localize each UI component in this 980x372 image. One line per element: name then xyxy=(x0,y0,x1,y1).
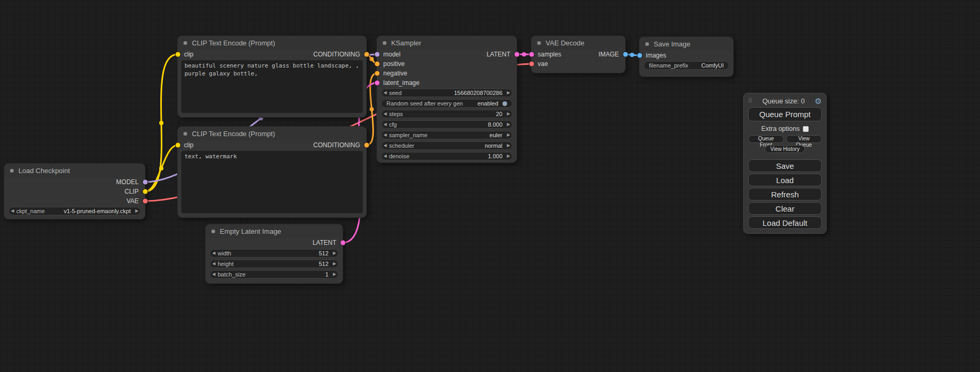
node-title: Save Image xyxy=(654,40,690,48)
load-button[interactable]: Load xyxy=(748,174,822,186)
collapse-dot-icon[interactable] xyxy=(537,41,541,45)
positive-input-dot[interactable] xyxy=(375,62,380,66)
increment-arrow-icon[interactable] xyxy=(133,207,141,215)
decrement-arrow-icon[interactable] xyxy=(381,152,389,160)
decrement-arrow-icon[interactable] xyxy=(381,89,389,97)
extra-options-checkbox[interactable] xyxy=(803,126,809,132)
node-graph-canvas[interactable]: Load Checkpoint MODEL CLIP VAE ckpt_name… xyxy=(0,0,980,372)
widget-label: batch_size xyxy=(218,271,246,278)
slot-label: CLIP xyxy=(124,188,145,195)
toggle-state-dot[interactable] xyxy=(502,101,507,106)
collapse-dot-icon[interactable] xyxy=(183,131,188,136)
settings-gear-icon[interactable] xyxy=(815,97,822,105)
increment-arrow-icon[interactable] xyxy=(504,131,512,139)
images-input-dot[interactable] xyxy=(637,53,642,58)
clip-output-dot[interactable] xyxy=(143,189,148,194)
seed-widget[interactable]: seed 156680208700286 xyxy=(381,89,512,97)
slot-label: latent_image xyxy=(377,79,420,87)
conditioning-output-dot[interactable] xyxy=(364,52,369,57)
queue-prompt-button[interactable]: Queue Prompt xyxy=(748,107,822,121)
vae-output-dot[interactable] xyxy=(143,199,148,204)
link-midpoint-dot xyxy=(630,53,634,57)
decrement-arrow-icon[interactable] xyxy=(210,260,218,268)
negative-prompt-textarea[interactable]: text, watermark xyxy=(181,151,363,213)
random-seed-toggle-widget[interactable]: Random seed after every gen enabled xyxy=(381,99,512,108)
ckpt-name-widget[interactable]: ckpt_name v1-5-pruned-emaonly.ckpt xyxy=(8,207,141,215)
queue-front-button[interactable]: Queue Front xyxy=(748,135,784,143)
node-title-bar[interactable]: CLIP Text Encode (Prompt) xyxy=(178,36,366,50)
increment-arrow-icon[interactable] xyxy=(504,110,512,118)
decrement-arrow-icon[interactable] xyxy=(381,110,389,118)
increment-arrow-icon[interactable] xyxy=(331,260,338,268)
node-save-image[interactable]: Save Image images filename_prefix ComfyU… xyxy=(639,37,733,77)
increment-arrow-icon[interactable] xyxy=(331,270,338,279)
decrement-arrow-icon[interactable] xyxy=(381,131,389,139)
load-default-button[interactable]: Load Default xyxy=(748,216,822,229)
decrement-arrow-icon[interactable] xyxy=(381,141,389,150)
node-vae-decode[interactable]: VAE Decode samples IMAGE vae xyxy=(531,36,625,73)
collapse-dot-icon[interactable] xyxy=(382,41,387,45)
node-title-bar[interactable]: Load Checkpoint xyxy=(4,164,145,177)
collapse-dot-icon[interactable] xyxy=(211,229,216,234)
conditioning-output-dot[interactable] xyxy=(364,143,369,148)
cfg-widget[interactable]: cfg 8.000 xyxy=(381,120,512,129)
widget-value: 156680208700286 xyxy=(402,90,504,96)
refresh-button[interactable]: Refresh xyxy=(748,188,822,201)
clip-input-dot[interactable] xyxy=(176,52,180,57)
node-ksampler[interactable]: KSampler model LATENT positive negative … xyxy=(377,36,517,163)
increment-arrow-icon[interactable] xyxy=(504,120,512,129)
height-widget[interactable]: height 512 xyxy=(210,260,338,268)
node-title-bar[interactable]: KSampler xyxy=(377,36,517,50)
node-clip-text-encode-negative[interactable]: CLIP Text Encode (Prompt) clip CONDITION… xyxy=(178,127,366,217)
view-history-button[interactable]: View History xyxy=(765,145,805,153)
node-title-bar[interactable]: Save Image xyxy=(639,37,733,51)
vae-input-dot[interactable] xyxy=(529,62,534,66)
negative-input-dot[interactable] xyxy=(375,71,380,76)
node-title-bar[interactable]: CLIP Text Encode (Prompt) xyxy=(178,127,366,140)
decrement-arrow-icon[interactable] xyxy=(210,270,218,279)
link-midpoint-dot xyxy=(159,121,163,125)
increment-arrow-icon[interactable] xyxy=(504,141,512,150)
widget-value: v1-5-pruned-emaonly.ckpt xyxy=(45,208,133,214)
positive-prompt-textarea[interactable]: beautiful scenery nature glass bottle la… xyxy=(181,60,363,113)
slot-label: vae xyxy=(531,60,548,68)
increment-arrow-icon[interactable] xyxy=(504,152,512,160)
save-button[interactable]: Save xyxy=(748,159,822,172)
filename-prefix-widget[interactable]: filename_prefix ComfyUI xyxy=(644,61,729,70)
latent-image-input-dot[interactable] xyxy=(375,81,380,85)
width-widget[interactable]: width 512 xyxy=(210,249,338,257)
drag-handle-icon[interactable] xyxy=(748,98,752,104)
image-output-dot[interactable] xyxy=(623,52,628,57)
denoise-widget[interactable]: denoise 1.000 xyxy=(381,152,512,160)
clear-button[interactable]: Clear xyxy=(748,202,822,215)
increment-arrow-icon[interactable] xyxy=(504,89,512,97)
collapse-dot-icon[interactable] xyxy=(183,41,188,45)
queue-menu-panel: Queue size: 0 Queue Prompt Extra options… xyxy=(743,93,827,234)
decrement-arrow-icon[interactable] xyxy=(381,120,389,129)
link-midpoint-dot xyxy=(370,57,374,61)
latent-output-dot[interactable] xyxy=(341,241,345,245)
view-queue-button[interactable]: View Queue xyxy=(786,135,822,143)
increment-arrow-icon[interactable] xyxy=(331,249,338,257)
scheduler-widget[interactable]: scheduler normal xyxy=(381,141,512,150)
node-title-bar[interactable]: VAE Decode xyxy=(531,36,625,50)
model-input-dot[interactable] xyxy=(375,52,380,57)
collapse-dot-icon[interactable] xyxy=(645,42,649,46)
node-load-checkpoint[interactable]: Load Checkpoint MODEL CLIP VAE ckpt_name… xyxy=(4,164,145,219)
slot-row-samples: samples IMAGE xyxy=(531,50,625,59)
decrement-arrow-icon[interactable] xyxy=(8,207,16,215)
model-output-dot[interactable] xyxy=(143,180,148,185)
samples-input-dot[interactable] xyxy=(529,52,534,57)
steps-widget[interactable]: steps 20 xyxy=(381,110,512,118)
clip-input-dot[interactable] xyxy=(176,143,180,148)
sampler-name-widget[interactable]: sampler_name euler xyxy=(381,131,512,139)
node-clip-text-encode-positive[interactable]: CLIP Text Encode (Prompt) clip CONDITION… xyxy=(178,36,366,117)
node-title-bar[interactable]: Empty Latent Image xyxy=(206,224,343,238)
batch-size-widget[interactable]: batch_size 1 xyxy=(210,270,338,279)
decrement-arrow-icon[interactable] xyxy=(210,249,218,257)
node-title: Load Checkpoint xyxy=(18,167,70,175)
latent-output-dot[interactable] xyxy=(515,52,519,57)
node-title: VAE Decode xyxy=(546,39,584,47)
collapse-dot-icon[interactable] xyxy=(9,168,14,173)
node-empty-latent-image[interactable]: Empty Latent Image LATENT width 512 heig… xyxy=(206,224,343,283)
